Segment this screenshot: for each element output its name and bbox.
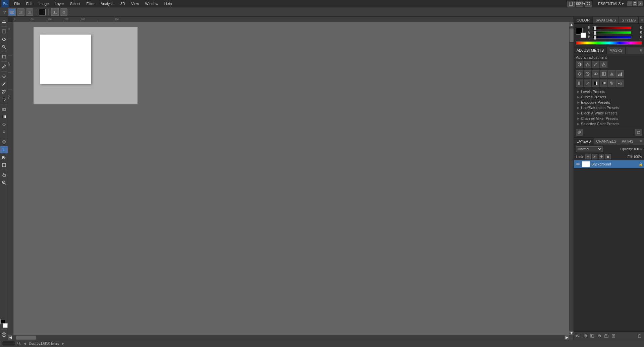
preset-curves[interactable]: ▶ Curves Presets <box>576 94 642 100</box>
hscroll-thumb[interactable] <box>16 336 36 340</box>
menu-select[interactable]: Select <box>67 1 83 6</box>
gradient-map-btn[interactable] <box>600 80 607 87</box>
r-slider[interactable] <box>593 27 631 29</box>
lasso-tool[interactable] <box>0 36 8 43</box>
fill-value[interactable]: 100% <box>633 155 642 159</box>
blend-mode-select[interactable]: Normal <box>576 146 603 152</box>
scroll-right-btn[interactable]: ▶ <box>564 335 569 340</box>
channel-mixer-btn[interactable] <box>616 70 624 78</box>
menu-image[interactable]: Image <box>36 1 52 6</box>
menu-analysis[interactable]: Analysis <box>98 1 117 6</box>
preset-exposure[interactable]: ▶ Exposure Presets <box>576 100 642 105</box>
screen-mode-btn[interactable] <box>567 1 575 7</box>
menu-view[interactable]: View <box>128 1 142 6</box>
curves-btn[interactable] <box>592 61 599 68</box>
threshold-btn[interactable] <box>592 80 599 87</box>
color-swatches[interactable] <box>576 28 586 38</box>
brush-tool[interactable] <box>0 80 8 88</box>
bw-btn[interactable] <box>600 70 607 78</box>
move-tool[interactable] <box>0 18 8 26</box>
b-slider[interactable] <box>593 36 631 39</box>
tab-channels[interactable]: CHANNELS <box>594 138 619 145</box>
brightness-contrast-btn[interactable] <box>576 61 583 68</box>
adj-bottom-left-btn[interactable] <box>576 129 583 136</box>
shape-tool[interactable] <box>0 161 8 169</box>
path-selection-tool[interactable] <box>0 154 8 161</box>
dodge-tool[interactable] <box>0 129 8 136</box>
tab-swatches[interactable]: SWATCHES <box>593 17 619 23</box>
layer-group-btn[interactable] <box>603 333 609 339</box>
preset-selectivecolor[interactable]: ▶ Selective Color Presets <box>576 121 642 127</box>
preset-huesat[interactable]: ▶ Hue/Saturation Presets <box>576 105 642 110</box>
scroll-left-btn[interactable]: ◀ <box>8 335 13 340</box>
selective-color-btn[interactable] <box>608 80 615 87</box>
layer-mask-btn[interactable] <box>589 333 595 339</box>
clone-stamp-tool[interactable] <box>0 88 8 95</box>
menu-layer[interactable]: Layer <box>52 1 67 6</box>
tab-paths[interactable]: PATHS <box>619 138 636 145</box>
adj-bottom-right-btn[interactable] <box>635 129 642 136</box>
g-slider[interactable] <box>593 31 631 34</box>
align-right-btn[interactable] <box>26 8 33 16</box>
workspace-btn[interactable]: ESSENTIALS ▾ <box>595 1 627 7</box>
lock-image-btn[interactable] <box>592 154 597 159</box>
tab-color[interactable]: COLOR <box>574 17 593 23</box>
type-tool[interactable]: T <box>0 146 8 153</box>
canvas-white[interactable] <box>40 35 91 84</box>
menu-3d[interactable]: 3D <box>118 1 128 6</box>
status-nav-next[interactable]: ▶ <box>62 342 64 345</box>
vibrance-btn[interactable] <box>576 70 583 78</box>
exposure-btn[interactable] <box>600 61 607 68</box>
hue-sat-btn[interactable] <box>584 70 591 78</box>
color-spectrum[interactable] <box>576 41 642 45</box>
layer-style-btn[interactable] <box>582 333 588 339</box>
gradient-tool[interactable] <box>0 113 8 120</box>
cancel-text-btn[interactable]: ⊡ <box>60 8 67 16</box>
menu-help[interactable]: Help <box>162 1 175 6</box>
opacity-value[interactable]: 100% <box>633 147 642 151</box>
healing-brush-tool[interactable] <box>0 72 8 80</box>
lock-transparent-btn[interactable] <box>585 154 591 159</box>
tab-styles[interactable]: STYLES <box>619 17 639 23</box>
levels-btn[interactable] <box>584 61 591 68</box>
color-picker-btn[interactable] <box>39 9 46 15</box>
crop-tool[interactable] <box>0 53 8 60</box>
lock-all-btn[interactable] <box>605 154 611 159</box>
canvas[interactable] <box>13 22 569 335</box>
invert-btn[interactable] <box>576 80 583 87</box>
minimize-btn[interactable]: — <box>627 1 632 6</box>
layer-visibility-eye[interactable] <box>575 161 581 167</box>
menu-window[interactable]: Window <box>143 1 161 6</box>
preset-bw[interactable]: ▶ Black & White Presets <box>576 110 642 116</box>
adj-panel-close[interactable]: ≡ <box>638 47 644 53</box>
zoom-input[interactable]: 100% <box>2 341 15 346</box>
zoom-tool[interactable] <box>0 179 8 186</box>
marquee-tool[interactable] <box>0 28 8 35</box>
new-layer-btn[interactable] <box>610 333 616 339</box>
lock-position-btn[interactable] <box>599 154 604 159</box>
arrange-btn[interactable] <box>585 1 592 7</box>
hscrollbar[interactable]: ◀ ▶ <box>8 335 574 340</box>
tab-layers[interactable]: LAYERS <box>574 138 594 145</box>
menu-filter[interactable]: Filter <box>84 1 97 6</box>
close-btn[interactable]: ✕ <box>638 1 643 6</box>
quick-select-tool[interactable]: + <box>0 43 8 51</box>
pen-tool[interactable] <box>0 138 8 146</box>
layer-link-btn[interactable] <box>575 333 581 339</box>
quick-mask-btn[interactable] <box>0 331 8 338</box>
posterize-btn[interactable] <box>584 80 591 87</box>
layer-item-background[interactable]: Background 🔒 <box>574 160 644 168</box>
preset-channelmixer[interactable]: ▶ Channel Mixer Presets <box>576 116 642 121</box>
scroll-down-btn[interactable]: ▼ <box>569 330 574 335</box>
status-nav-prev[interactable]: ◀ <box>23 342 26 345</box>
preset-levels[interactable]: ▶ Levels Presets <box>576 89 642 94</box>
photo-filter-btn[interactable] <box>608 70 615 78</box>
history-brush-tool[interactable] <box>0 96 8 103</box>
layers-panel-close[interactable]: ≡ <box>638 138 644 144</box>
layer-adj-btn[interactable] <box>596 333 602 339</box>
warp-text-btn[interactable]: T <box>51 8 59 16</box>
scroll-up-btn[interactable]: ▲ <box>569 22 574 27</box>
eyedropper-tool[interactable] <box>0 63 8 70</box>
bg-color-preview[interactable] <box>581 33 586 38</box>
delete-layer-btn[interactable] <box>637 333 643 339</box>
